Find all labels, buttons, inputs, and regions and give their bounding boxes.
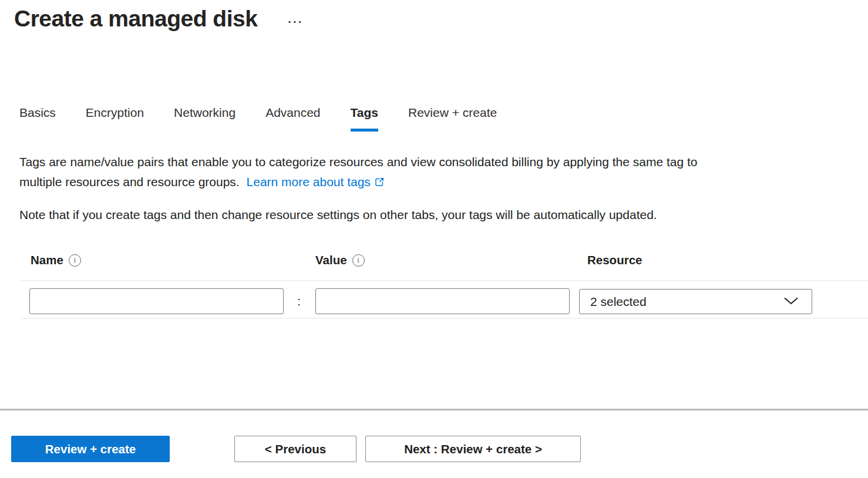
tab-encryption[interactable]: Encryption (86, 106, 144, 132)
resource-dropdown[interactable]: 2 selected (579, 289, 812, 314)
name-value-separator: : (297, 294, 301, 308)
column-header-name-label: Name (31, 253, 63, 267)
previous-button[interactable]: < Previous (234, 436, 356, 462)
tab-advanced[interactable]: Advanced (265, 106, 320, 132)
column-header-resource: Resource (587, 253, 642, 267)
tab-networking[interactable]: Networking (174, 106, 235, 132)
column-header-resource-label: Resource (587, 253, 642, 267)
tags-note: Note that if you create tags and then ch… (19, 208, 657, 222)
tag-value-input[interactable] (315, 288, 570, 314)
value-info-icon[interactable]: i (352, 254, 365, 267)
review-create-button[interactable]: Review + create (11, 436, 170, 462)
tab-review-create[interactable]: Review + create (408, 106, 497, 132)
tab-basics[interactable]: Basics (19, 106, 56, 132)
tags-description-line2-text: multiple resources and resource groups. (19, 175, 240, 188)
tab-active-underline (351, 129, 378, 132)
tab-advanced-label: Advanced (265, 106, 320, 119)
tab-encryption-label: Encryption (86, 106, 144, 119)
tags-description-line1: Tags are name/value pairs that enable yo… (19, 152, 698, 172)
wizard-tabs: Basics Encryption Networking Advanced Ta… (19, 106, 497, 132)
create-managed-disk-page: Create a managed disk ··· Basics Encrypt… (0, 0, 868, 478)
tags-description-line2: multiple resources and resource groups. … (19, 172, 698, 193)
title-row: Create a managed disk ··· (14, 6, 303, 32)
more-options-icon[interactable]: ··· (288, 16, 303, 28)
tab-networking-label: Networking (174, 106, 235, 119)
tags-description: Tags are name/value pairs that enable yo… (19, 152, 698, 193)
tab-tags[interactable]: Tags (351, 106, 378, 132)
tag-name-input[interactable] (29, 288, 284, 314)
tab-review-create-label: Review + create (408, 106, 497, 119)
column-header-name: Name i (31, 253, 81, 267)
learn-more-link-label: Learn more about tags (247, 175, 371, 188)
column-header-value: Value i (315, 253, 365, 267)
footer-separator (0, 409, 868, 410)
external-link-icon (374, 173, 385, 193)
resource-dropdown-value: 2 selected (590, 295, 647, 309)
page-title: Create a managed disk (14, 6, 257, 32)
chevron-down-icon (783, 297, 799, 307)
learn-more-link[interactable]: Learn more about tags (247, 175, 385, 188)
tag-row: : 2 selected (21, 280, 868, 319)
column-header-value-label: Value (315, 253, 347, 267)
next-button[interactable]: Next : Review + create > (365, 436, 581, 462)
name-info-icon[interactable]: i (69, 254, 81, 267)
tab-basics-label: Basics (19, 106, 56, 119)
tab-tags-label: Tags (351, 106, 378, 119)
